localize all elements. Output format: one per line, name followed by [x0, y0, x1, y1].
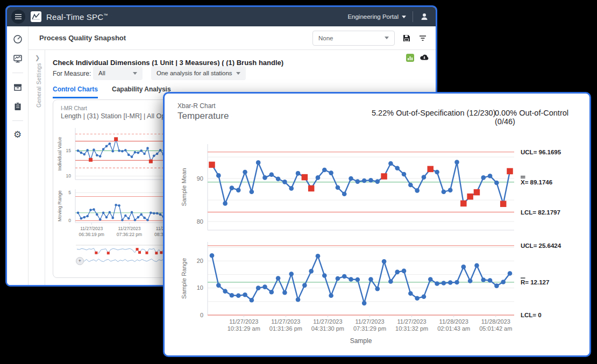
svg-text:11/27/2023: 11/27/2023	[313, 318, 342, 325]
imr-chart-type-label: I-MR Chart	[61, 105, 87, 111]
app-logo-icon	[31, 11, 41, 22]
bar-chart-icon	[406, 54, 414, 62]
app-title: Real-Time SPC™	[46, 12, 108, 22]
archive-icon	[13, 82, 23, 92]
svg-text:10: 10	[197, 284, 203, 291]
divider	[12, 120, 23, 121]
panel-title: Check Individual Dimensions (1 Unit | 3 …	[53, 59, 283, 67]
svg-text:Moving Range: Moving Range	[57, 190, 62, 222]
divider	[45, 50, 45, 285]
portal-selector[interactable]: Engineering Portal	[347, 13, 406, 20]
sidebar-item-monitoring[interactable]	[11, 52, 24, 65]
svg-text:11/27/2023: 11/27/2023	[397, 318, 426, 325]
sidebar-item-reports[interactable]	[11, 100, 24, 113]
svg-text:90: 90	[197, 175, 203, 182]
svg-text:11/28/2023: 11/28/2023	[439, 318, 468, 325]
page-title: Process Quality Snapshot	[39, 34, 126, 42]
svg-text:11/27/2023: 11/27/2023	[80, 226, 103, 231]
analysis-select[interactable]: One analysis for all stations	[151, 66, 246, 80]
svg-text:5: 5	[68, 190, 71, 195]
divider	[413, 11, 413, 22]
chevron-down-icon	[385, 37, 389, 39]
measure-select[interactable]: All	[93, 66, 143, 80]
gauge-icon	[13, 34, 23, 44]
svg-text:Sample Mean: Sample Mean	[181, 168, 187, 206]
cloud-download-icon[interactable]	[420, 53, 429, 61]
svg-text:11/27/2023: 11/27/2023	[355, 318, 384, 325]
navigator-zoom-button[interactable]: +	[76, 257, 84, 265]
svg-text:0: 0	[68, 218, 71, 223]
out-of-control-stat: 0.00% Out-of-Control (0/46)	[495, 109, 589, 126]
hamburger-lines-icon	[15, 13, 22, 20]
svg-text:11/27/2023: 11/27/2023	[118, 226, 140, 231]
xbar-r-window: Xbar-R Chart Temperature 5.22% Out-of-Sp…	[163, 92, 591, 357]
menu-icon[interactable]	[11, 10, 25, 24]
out-of-specification-stat: 5.22% Out-of-Specification (12/230)	[372, 109, 496, 117]
svg-text:Individual Value: Individual Value	[57, 137, 62, 171]
svg-text:11/28/2023: 11/28/2023	[481, 318, 510, 325]
svg-text:04:31:30 pm: 04:31:30 pm	[311, 325, 344, 332]
svg-text:R= 12.127: R= 12.127	[521, 279, 549, 286]
svg-text:07:36:22 pm: 07:36:22 pm	[117, 232, 142, 237]
svg-text:10:31:29 am: 10:31:29 am	[228, 325, 260, 332]
svg-text:0: 0	[200, 312, 203, 318]
sample-range-chart: 01020UCL= 25.6424R= 12.127LCL= 011/27/20…	[169, 238, 586, 355]
general-settings-label: General Settings	[35, 63, 42, 108]
svg-text:06:36:19 pm: 06:36:19 pm	[79, 232, 104, 237]
svg-text:LCL= 82.1797: LCL= 82.1797	[521, 209, 560, 216]
svg-text:20: 20	[197, 258, 203, 264]
navbar-right-group: Engineering Portal	[347, 11, 429, 22]
svg-text:UCL= 25.6424: UCL= 25.6424	[521, 242, 562, 249]
sample-mean-chart: 8090UCL= 96.1695X= 89.1746LCL= 82.1797Sa…	[169, 131, 586, 239]
analytics-green-button[interactable]	[406, 54, 414, 62]
tab-capability-analysis[interactable]: Capability Analysis	[112, 85, 171, 98]
svg-text:Sample: Sample	[350, 337, 372, 345]
svg-text:X= 89.1746: X= 89.1746	[521, 179, 552, 185]
portal-label: Engineering Portal	[347, 13, 399, 20]
tab-bar: Control Charts Capability Analysis	[53, 85, 171, 98]
tab-control-charts[interactable]: Control Charts	[53, 85, 98, 98]
divider	[12, 73, 23, 73]
svg-text:10: 10	[66, 173, 72, 179]
chevron-down-icon	[236, 72, 240, 75]
analysis-select-value: One analysis for all stations	[157, 70, 232, 76]
svg-text:LCL= 0: LCL= 0	[521, 312, 542, 318]
for-measure-label: For Measure:	[53, 70, 91, 77]
desktop-background: Real-Time SPC™ Engineering Portal	[0, 0, 597, 364]
svg-text:11/27/2023: 11/27/2023	[271, 318, 300, 325]
report-select[interactable]: None	[312, 31, 395, 46]
clipboard-icon	[13, 102, 23, 111]
svg-text:80: 80	[197, 218, 203, 225]
expand-rail-chevron-icon[interactable]: ❯	[35, 54, 40, 61]
filter-icon[interactable]	[418, 34, 427, 42]
sidebar-item-archive[interactable]	[11, 81, 24, 94]
top-navbar: Real-Time SPC™ Engineering Portal	[7, 7, 436, 26]
chevron-down-icon	[133, 72, 137, 75]
page-header: Process Quality Snapshot None	[29, 26, 436, 50]
svg-text:Sample Range: Sample Range	[181, 258, 187, 299]
sidebar: ⚙	[7, 26, 29, 285]
sidebar-item-dashboard[interactable]	[11, 33, 24, 46]
save-icon[interactable]	[402, 34, 411, 42]
gear-icon: ⚙	[13, 130, 22, 140]
overlay-chart-title: Temperature	[177, 111, 229, 122]
measure-select-value: All	[98, 70, 105, 76]
chevron-down-icon	[402, 16, 406, 18]
svg-text:05:01:42 am: 05:01:42 am	[479, 325, 512, 332]
user-icon[interactable]	[420, 12, 429, 22]
svg-text:10:31:32 pm: 10:31:32 pm	[395, 325, 428, 332]
svg-text:02:01:43 am: 02:01:43 am	[437, 325, 470, 332]
report-select-value: None	[318, 35, 333, 41]
svg-text:11/27/2023: 11/27/2023	[229, 318, 258, 325]
trademark-mark: ™	[103, 13, 108, 18]
svg-text:01:31:36 pm: 01:31:36 pm	[269, 325, 302, 332]
svg-text:UCL= 96.1695: UCL= 96.1695	[521, 149, 562, 155]
svg-text:15: 15	[66, 148, 72, 153]
svg-text:07:31:29 pm: 07:31:29 pm	[353, 325, 386, 332]
overlay-chart-type-label: Xbar-R Chart	[177, 102, 216, 110]
header-actions: None	[312, 31, 427, 46]
sidebar-item-settings[interactable]: ⚙	[11, 129, 24, 141]
monitor-chart-icon	[13, 54, 23, 63]
